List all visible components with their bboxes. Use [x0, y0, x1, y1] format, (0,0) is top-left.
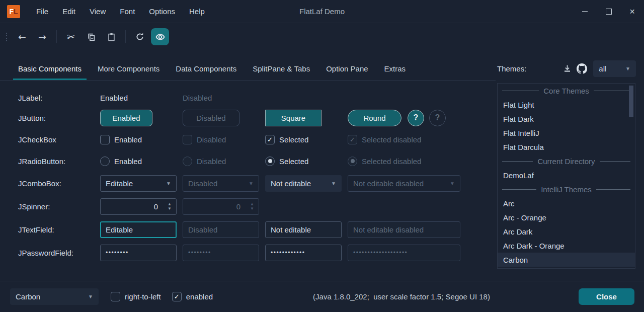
jbutton-round[interactable]: Round — [348, 110, 401, 126]
jspinner-disabled: 0▲▼ — [183, 198, 259, 215]
chevron-down-icon: ▼ — [331, 181, 336, 186]
menu-file[interactable]: File — [29, 0, 55, 23]
theme-select-combobox[interactable]: Carbon ▼ — [10, 288, 99, 305]
github-button[interactable] — [575, 61, 589, 77]
tab-basic-components[interactable]: Basic Components — [10, 57, 90, 80]
theme-item-flat-darcula[interactable]: Flat Darcula — [498, 140, 635, 154]
theme-item-flat-light[interactable]: Flat Light — [498, 98, 635, 112]
chevron-down-icon: ▼ — [625, 66, 630, 71]
toolbar: ← → ✂ — [0, 24, 644, 50]
jcombobox-disabled: Disabled▼ — [183, 175, 259, 192]
checkbox-label: Selected disabled — [362, 135, 421, 144]
download-icon — [563, 64, 572, 73]
close-button-titlebar[interactable]: ✕ — [620, 0, 644, 23]
jbutton-enabled[interactable]: Enabled — [100, 110, 152, 126]
jradiobutton-selected-disabled: Selected disabled — [348, 157, 421, 166]
back-button[interactable]: ← — [13, 28, 31, 45]
jspinner-enabled[interactable]: 0▲▼ — [100, 198, 177, 215]
jtextfield-editable[interactable]: Editable — [100, 221, 177, 238]
jbutton-square[interactable]: Square — [265, 110, 321, 126]
chevron-down-icon: ▼ — [450, 181, 455, 186]
tab-more-components[interactable]: More Components — [90, 57, 168, 80]
close-button[interactable]: Close — [579, 288, 634, 305]
tab-data-components[interactable]: Data Components — [168, 57, 245, 80]
checkbox-checked-icon — [172, 292, 182, 301]
download-themes-button[interactable] — [559, 61, 574, 77]
jradiobutton-enabled[interactable]: Enabled — [100, 157, 142, 166]
maximize-icon — [606, 9, 612, 15]
jcheckbox-selected[interactable]: Selected — [265, 135, 308, 144]
tab-extras[interactable]: Extras — [376, 57, 414, 80]
maximize-button[interactable] — [597, 0, 620, 23]
row-label-jbutton: JButton: — [18, 114, 100, 122]
menu-help[interactable]: Help — [182, 0, 212, 23]
jpasswordfield-editable[interactable]: •••••••• — [100, 245, 177, 261]
help-button[interactable]: ? — [408, 110, 424, 126]
spinner-up-icon[interactable]: ▲ — [168, 202, 172, 206]
minimize-button[interactable] — [573, 0, 597, 23]
checkbox-label: Selected — [279, 135, 308, 144]
spinner-down-icon[interactable]: ▼ — [168, 207, 172, 211]
theme-item-demolaf[interactable]: DemoLaf — [498, 168, 635, 182]
theme-group-current-directory: Current Directory — [498, 154, 635, 168]
radio-selected-icon — [265, 157, 275, 166]
jcombobox-editable[interactable]: Editable▼ — [100, 175, 177, 192]
radio-label: Disabled — [197, 157, 226, 166]
checkbox-label: right-to-left — [125, 292, 161, 301]
toolbar-grip-handle[interactable] — [6, 33, 7, 41]
copy-button[interactable] — [82, 28, 100, 45]
tab-option-pane[interactable]: Option Pane — [318, 57, 376, 80]
combo-value: Editable — [106, 179, 133, 188]
menu-view[interactable]: View — [83, 0, 113, 23]
menu-font[interactable]: Font — [113, 0, 142, 23]
menu-options[interactable]: Options — [142, 0, 182, 23]
forward-arrow-icon: → — [38, 31, 46, 42]
jcombobox-not-editable[interactable]: Not editable▼ — [265, 175, 342, 192]
logo-letter-f: F — [9, 8, 14, 16]
row-label-jcheckbox: JCheckBox — [18, 135, 100, 144]
radio-label: Selected — [279, 157, 308, 166]
theme-item-arc[interactable]: Arc — [498, 196, 635, 210]
github-icon — [577, 63, 587, 74]
theme-filter-combobox[interactable]: all ▼ — [593, 60, 636, 77]
toolbar-separator — [56, 30, 57, 43]
forward-button[interactable]: → — [33, 28, 51, 45]
theme-item-arc-dark-orange[interactable]: Arc Dark - Orange — [498, 239, 635, 253]
theme-group-label: Current Directory — [537, 157, 595, 166]
themes-label: Themes: — [497, 64, 526, 73]
toolbar-separator — [125, 30, 126, 43]
theme-item-carbon[interactable]: Carbon — [498, 253, 635, 267]
refresh-button[interactable] — [131, 28, 149, 45]
scissors-icon: ✂ — [67, 31, 75, 42]
jpasswordfield-disabled: •••••••• — [183, 245, 259, 261]
themes-header: Themes: all ▼ — [497, 57, 636, 81]
jtextfield-not-editable-disabled: Not editable disabled — [348, 221, 460, 238]
theme-item-flat-dark[interactable]: Flat Dark — [498, 112, 635, 126]
jcheckbox-enabled[interactable]: Enabled — [100, 135, 142, 144]
theme-item-arc-orange[interactable]: Arc - Orange — [498, 210, 635, 224]
paste-button[interactable] — [102, 28, 120, 45]
right-to-left-checkbox[interactable]: right-to-left — [111, 292, 161, 301]
spinner-value: 0 — [183, 199, 246, 214]
logo-letter-l: L — [14, 8, 18, 16]
enabled-checkbox[interactable]: enabled — [172, 292, 213, 301]
chevron-down-icon: ▼ — [166, 181, 171, 186]
cut-button[interactable]: ✂ — [62, 28, 80, 45]
jradiobutton-selected[interactable]: Selected — [265, 157, 308, 166]
scrollbar-thumb[interactable] — [629, 86, 633, 117]
checkbox-label: Disabled — [197, 135, 226, 144]
tab-splitpane-tabs[interactable]: SplitPane & Tabs — [245, 57, 318, 80]
jtextfield-not-editable[interactable]: Not editable — [265, 221, 342, 238]
checkbox-icon — [111, 292, 120, 301]
theme-select-value: Carbon — [16, 292, 40, 301]
theme-item-arc-dark[interactable]: Arc Dark — [498, 224, 635, 239]
jpasswordfield-not-editable[interactable]: •••••••••••• — [265, 245, 342, 261]
jradiobutton-disabled: Disabled — [183, 157, 226, 166]
spinner-value[interactable]: 0 — [101, 199, 163, 214]
menu-edit[interactable]: Edit — [55, 0, 83, 23]
show-details-toggle[interactable] — [151, 28, 169, 45]
radio-label: Selected disabled — [362, 157, 421, 166]
eye-icon — [155, 32, 165, 42]
copy-icon — [87, 33, 96, 41]
theme-item-flat-intellij[interactable]: Flat IntelliJ — [498, 126, 635, 140]
